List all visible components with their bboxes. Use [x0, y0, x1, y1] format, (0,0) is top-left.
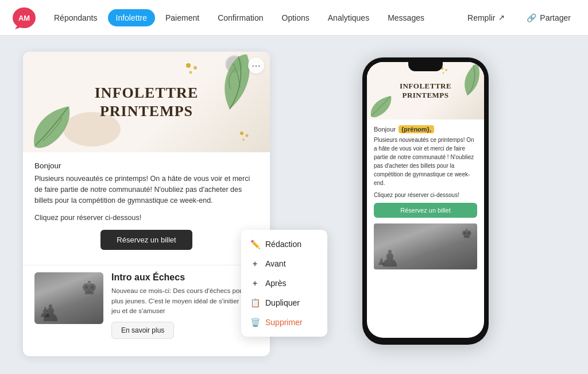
section2-text: Nouveau ce mois-ci: Des cours d'échecs p… — [111, 286, 258, 316]
nav-item-options[interactable]: Options — [274, 9, 318, 26]
section2-wrapper: ♚ ♟ Intro aux Échecs Nouveau ce mois-ci:… — [23, 265, 270, 339]
gold-dots-top — [185, 62, 201, 76]
svg-point-11 — [443, 72, 444, 74]
ctx-menu-item-avant[interactable]: + Avant — [241, 254, 327, 273]
ctx-menu-item-dupliquer[interactable]: 📋 Dupliquer — [241, 293, 327, 313]
ctx-label-avant: Avant — [265, 259, 286, 268]
nav-item-confirmation[interactable]: Confirmation — [210, 9, 271, 26]
ctx-label-apres: Après — [265, 279, 287, 288]
nav-item-messages[interactable]: Messages — [380, 9, 432, 26]
header-section-menu-button[interactable]: ⋯ — [248, 57, 264, 74]
phone-leaf-top-right-icon — [450, 62, 482, 97]
phone-cta-button[interactable]: Réservez un billet — [374, 203, 477, 218]
svg-text:AM: AM — [18, 14, 30, 22]
phone-body-text: Plusieurs nouveautés ce printemps! On a … — [374, 136, 477, 187]
svg-point-5 — [189, 71, 192, 74]
link-text: Cliquez pour réserver ci-dessous! — [34, 214, 258, 222]
link-icon: 🔗 — [527, 13, 536, 22]
ctx-label-redaction: Rédaction — [265, 240, 301, 249]
body-text: Plusieurs nouveautés ce printemps! On a … — [34, 173, 258, 206]
svg-point-10 — [445, 69, 447, 71]
nav-item-repondants[interactable]: Répondants — [46, 9, 106, 26]
ctx-label-supprimer: Supprimer — [265, 318, 303, 327]
section2-title: Intro aux Échecs — [111, 272, 258, 283]
header: AM Répondants Infolettre Paiement Confir… — [0, 0, 588, 36]
phone-prenom-tag: {prénom}, — [399, 125, 434, 133]
logo[interactable]: AM — [11, 5, 37, 30]
ctx-menu-item-supprimer[interactable]: 🗑️ Supprimer — [241, 313, 327, 332]
external-link-icon: ↗ — [498, 13, 505, 22]
ctx-menu-item-redaction[interactable]: ✏️ Rédaction — [241, 234, 327, 254]
partager-button[interactable]: 🔗 Partager — [521, 10, 577, 26]
section2-image: ♚ ♟ — [34, 272, 103, 324]
phone-screen: INFOLETTRE PRINTEMPS Bonjour {prénom}, P… — [367, 62, 484, 338]
duplicate-icon: 📋 — [250, 298, 260, 307]
phone-newsletter-body: Bonjour {prénom}, Plusieurs nouveautés c… — [367, 119, 484, 269]
main-content: INFOLETTRE PRINTEMPS ⋯ Bonjour Plusieurs… — [0, 36, 588, 374]
ctx-label-dupliquer: Dupliquer — [265, 298, 300, 307]
svg-point-4 — [194, 66, 197, 70]
nav-item-paiement[interactable]: Paiement — [157, 9, 207, 26]
newsletter-title: INFOLETTRE PRINTEMPS — [95, 84, 199, 119]
newsletter-header-image: INFOLETTRE PRINTEMPS ⋯ — [23, 52, 270, 152]
phone-link-text: Cliquez pour réserver ci-dessous! — [374, 192, 477, 198]
ctx-menu-item-apres[interactable]: + Après — [241, 273, 327, 293]
leaf-bottom-left-icon — [29, 101, 80, 152]
chess-photo: ♚ ♟ — [34, 272, 103, 324]
partager-label: Partager — [540, 13, 571, 22]
svg-point-6 — [240, 132, 243, 135]
svg-point-3 — [186, 63, 191, 68]
newsletter-body: Bonjour Plusieurs nouveautés ce printemp… — [23, 152, 270, 265]
section2: ♚ ♟ Intro aux Échecs Nouveau ce mois-ci:… — [23, 265, 270, 339]
section2-cta-button[interactable]: En savoir plus — [111, 322, 174, 339]
plus-before-icon: + — [250, 259, 260, 268]
phone-bonjour: Bonjour {prénom}, — [374, 125, 477, 133]
context-menu: ✏️ Rédaction + Avant + Après 📋 Dupliquer… — [241, 230, 327, 337]
phone-chess-photo: ♚ ♟ — [374, 223, 477, 269]
phone-newsletter-title: INFOLETTRE PRINTEMPS — [400, 82, 451, 99]
trash-icon: 🗑️ — [250, 318, 260, 327]
remplir-button[interactable]: Remplir ↗ — [462, 10, 510, 26]
phone-notch — [408, 62, 443, 71]
nav-item-infolettre[interactable]: Infolettre — [108, 9, 155, 26]
cta-button[interactable]: Réservez un billet — [100, 230, 192, 250]
phone-gold-dots — [440, 67, 450, 75]
phone-section2-image: ♚ ♟ — [374, 223, 477, 269]
nav-item-analytiques[interactable]: Analytiques — [320, 9, 377, 26]
header-right: Remplir ↗ 🔗 Partager — [462, 10, 577, 26]
edit-icon: ✏️ — [250, 240, 260, 249]
phone-frame: INFOLETTRE PRINTEMPS Bonjour {prénom}, P… — [362, 57, 489, 345]
desktop-preview-card: INFOLETTRE PRINTEMPS ⋯ Bonjour Plusieurs… — [23, 52, 270, 356]
main-nav: Répondants Infolettre Paiement Confirmat… — [46, 9, 462, 26]
phone-leaf-bottom-left-icon — [368, 93, 394, 119]
gold-dots-bottom — [239, 130, 253, 142]
svg-point-8 — [242, 138, 245, 141]
svg-point-7 — [246, 134, 249, 137]
bonjour-text: Bonjour — [34, 161, 258, 170]
mobile-preview-area: INFOLETTRE PRINTEMPS Bonjour {prénom}, P… — [286, 52, 565, 345]
section2-content: Intro aux Échecs Nouveau ce mois-ci: Des… — [111, 272, 258, 339]
plus-after-icon: + — [250, 279, 260, 288]
remplir-label: Remplir — [467, 13, 495, 22]
